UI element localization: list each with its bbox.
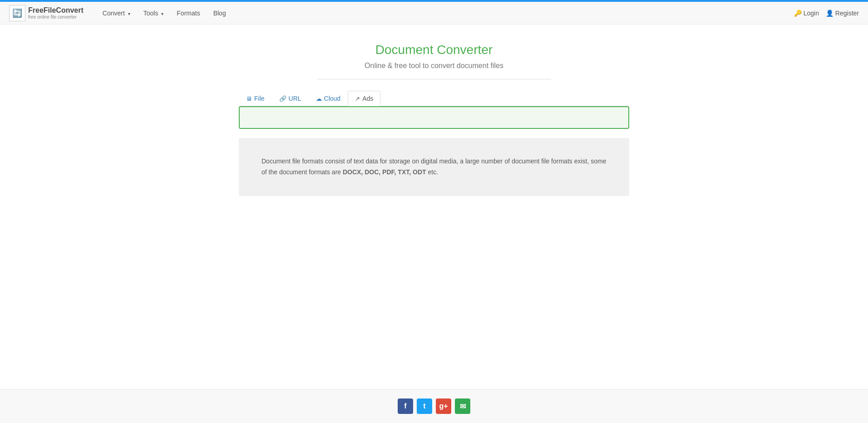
tab-file-label: File bbox=[254, 95, 265, 102]
register-icon: 👤 bbox=[826, 10, 833, 17]
nav-item-tools: Tools ▾ bbox=[138, 3, 169, 24]
page-subtitle: Online & free tool to convert document f… bbox=[239, 62, 629, 70]
tab-file: 🖥 File bbox=[239, 91, 272, 106]
brand-logo: 🔄 bbox=[9, 5, 25, 21]
brand-name: FreeFileConvert bbox=[28, 6, 84, 14]
register-label: Register bbox=[835, 10, 859, 17]
nav-blog-label: Blog bbox=[213, 10, 226, 17]
brand-logo-link[interactable]: 🔄 FreeFileConvert free online file conve… bbox=[9, 5, 84, 21]
external-icon: ↗ bbox=[355, 95, 360, 102]
nav-tools-label: Tools bbox=[143, 10, 158, 17]
navbar-nav: Convert ▾ Tools ▾ Formats Blog bbox=[97, 3, 794, 24]
tabs: 🖥 File 🔗 URL ☁ Cloud ↗ Ads bbox=[239, 91, 629, 106]
nav-item-formats: Formats bbox=[171, 3, 205, 24]
upload-area[interactable] bbox=[239, 106, 629, 129]
tab-ads: ↗ Ads bbox=[348, 91, 380, 106]
nav-formats-label: Formats bbox=[177, 10, 200, 17]
navbar-right: 🔑 Login 👤 Register bbox=[794, 10, 859, 17]
brand-icon: 🔄 bbox=[12, 8, 22, 18]
convert-dropdown-arrow: ▾ bbox=[128, 11, 130, 16]
description-after: etc. bbox=[426, 168, 438, 176]
tab-url-link[interactable]: 🔗 URL bbox=[272, 91, 309, 106]
navbar: 🔄 FreeFileConvert free online file conve… bbox=[0, 2, 868, 25]
brand-sub: free online file converter bbox=[28, 15, 84, 20]
page-title: Document Converter bbox=[239, 43, 629, 57]
tab-cloud-link[interactable]: ☁ Cloud bbox=[309, 91, 348, 106]
nav-link-convert[interactable]: Convert ▾ bbox=[97, 3, 136, 24]
nav-link-blog[interactable]: Blog bbox=[208, 3, 232, 24]
login-link[interactable]: 🔑 Login bbox=[794, 10, 819, 17]
tab-ads-link[interactable]: ↗ Ads bbox=[348, 91, 380, 106]
monitor-icon: 🖥 bbox=[246, 95, 252, 102]
tabs-container: 🖥 File 🔗 URL ☁ Cloud ↗ Ads bbox=[239, 91, 629, 129]
description-box: Document file formats consist of text da… bbox=[239, 138, 629, 196]
nav-link-formats[interactable]: Formats bbox=[171, 3, 205, 24]
login-icon: 🔑 bbox=[794, 10, 802, 17]
register-link[interactable]: 👤 Register bbox=[826, 10, 859, 17]
tab-ads-label: Ads bbox=[362, 95, 373, 102]
login-label: Login bbox=[804, 10, 819, 17]
divider bbox=[317, 79, 551, 79]
tab-cloud: ☁ Cloud bbox=[309, 91, 348, 106]
tab-url: 🔗 URL bbox=[272, 91, 309, 106]
tab-file-link[interactable]: 🖥 File bbox=[239, 91, 272, 106]
nav-link-tools[interactable]: Tools ▾ bbox=[138, 3, 169, 24]
nav-item-blog: Blog bbox=[208, 3, 232, 24]
nav-item-convert: Convert ▾ bbox=[97, 3, 136, 24]
main-content: Document Converter Online & free tool to… bbox=[230, 25, 638, 214]
description-formats: DOCX, DOC, PDF, TXT, ODT bbox=[343, 168, 426, 176]
tools-dropdown-arrow: ▾ bbox=[161, 11, 163, 16]
tab-url-label: URL bbox=[289, 95, 301, 102]
nav-convert-label: Convert bbox=[103, 10, 125, 17]
description-text: Document file formats consist of text da… bbox=[261, 156, 607, 178]
link-icon: 🔗 bbox=[279, 95, 286, 102]
brand-text: FreeFileConvert free online file convert… bbox=[28, 6, 84, 20]
cloud-icon: ☁ bbox=[316, 95, 322, 102]
tab-cloud-label: Cloud bbox=[324, 95, 341, 102]
